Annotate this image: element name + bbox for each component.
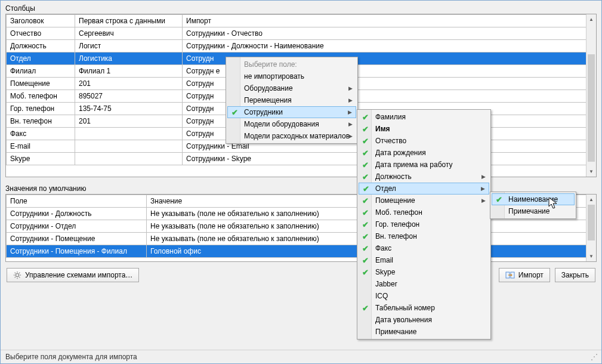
col-header[interactable]: Импорт	[183, 15, 596, 27]
check-icon: ✔	[362, 304, 369, 313]
menu-item[interactable]: ✔Вн. телефон	[359, 230, 489, 242]
menu-item[interactable]: ✔Табельный номер	[359, 302, 489, 314]
menu-item[interactable]: ✔Email	[359, 254, 489, 266]
table-cell[interactable]: Сотрудники - Отдел	[7, 220, 147, 233]
menu-item-label: Оборудование	[244, 84, 293, 92]
col-header[interactable]: Заголовок	[7, 15, 75, 27]
check-icon: ✔	[231, 108, 238, 117]
menu-item[interactable]: Примечание	[359, 326, 489, 338]
menu-item[interactable]: ✔Имя	[359, 123, 489, 135]
scroll-down-icon[interactable]: ▼	[586, 251, 596, 261]
table-row[interactable]: ОтчествоСергеевичСотрудники - Отчество	[7, 27, 596, 40]
menu-item[interactable]: Перемещения▶	[227, 94, 356, 106]
menu-item[interactable]: Модели оборудования▶	[227, 118, 356, 130]
table-row[interactable]: Сотрудники - ПомещениеНе указывать (поле…	[7, 233, 596, 245]
table-cell[interactable]: 895027	[75, 90, 183, 103]
scroll-up-icon[interactable]: ▲	[586, 14, 596, 24]
employees-submenu[interactable]: ✔Фамилия✔Имя✔Отчество✔Дата рождения✔Дата…	[357, 109, 491, 340]
button-label: Управление схемами импорта…	[25, 271, 132, 279]
vertical-scrollbar[interactable]: ▲ ▼	[586, 14, 596, 177]
menu-header: Выберите поле:	[227, 58, 356, 70]
table-cell[interactable]: Сотрудники - Должность	[7, 208, 147, 220]
import-button[interactable]: Импорт	[499, 268, 550, 282]
menu-item[interactable]: ✔Моб. телефон	[359, 206, 489, 218]
menu-item[interactable]: Модели расходных материалов▶	[227, 130, 356, 142]
table-row[interactable]: SkypeСотрудники - Skype	[7, 153, 596, 165]
table-header-row[interactable]: Заголовок Первая строка с данными Импорт	[7, 15, 596, 27]
vertical-scrollbar[interactable]: ▲ ▼	[586, 195, 596, 261]
table-cell[interactable]: Моб. телефон	[7, 90, 75, 103]
menu-item[interactable]: ✔Помещение▶	[359, 195, 489, 206]
department-submenu[interactable]: ✔НаименованиеПримечание	[490, 192, 576, 219]
table-cell[interactable]: 135-74-75	[75, 103, 183, 115]
table-cell[interactable]: Филиал	[7, 65, 75, 78]
menu-item[interactable]: ✔Наименование	[492, 193, 575, 205]
resize-grip-icon[interactable]: ⋰	[591, 353, 597, 361]
scroll-thumb[interactable]	[588, 54, 595, 162]
menu-item[interactable]: ICQ	[359, 290, 489, 302]
table-cell[interactable]: Логистика	[75, 53, 183, 65]
table-cell[interactable]: 201	[75, 78, 183, 90]
menu-item[interactable]: не импортировать	[227, 70, 356, 82]
svg-line-5	[15, 273, 16, 273]
check-icon: ✔	[362, 125, 369, 134]
menu-item-label: Вн. телефон	[375, 232, 417, 240]
table-cell[interactable]: Отчество	[7, 27, 75, 40]
table-cell[interactable]: Факс	[7, 128, 75, 140]
table-cell[interactable]: Skype	[7, 153, 75, 165]
menu-item[interactable]: ✔Дата приема на работу	[359, 159, 489, 171]
menu-item[interactable]: ✔Отчество	[359, 135, 489, 147]
table-cell[interactable]: Сотрудники - Отчество	[183, 27, 596, 40]
menu-item-label: Фамилия	[375, 113, 406, 121]
table-row[interactable]: Сотрудники - ОтделНе указывать (поле не …	[7, 220, 596, 233]
menu-item[interactable]: ✔Должность▶	[359, 171, 489, 183]
menu-item-label: Гор. телефон	[375, 220, 419, 229]
menu-item[interactable]: ✔Гор. телефон	[359, 218, 489, 230]
table-cell[interactable]: Гор. телефон	[7, 103, 75, 115]
field-picker-menu[interactable]: Выберите поле:не импортироватьОборудован…	[226, 57, 358, 144]
col-header[interactable]: Первая строка с данными	[75, 15, 183, 27]
table-cell[interactable]: Сотрудники - Помещения - Филиал	[7, 245, 147, 258]
table-cell[interactable]: E-mail	[7, 140, 75, 153]
table-row[interactable]: Сотрудники - Помещения - ФилиалГоловной …	[7, 245, 596, 258]
scroll-up-icon[interactable]: ▲	[586, 195, 596, 205]
menu-item[interactable]: ✔Факс	[359, 242, 489, 254]
menu-item-label: Примечание	[375, 328, 416, 336]
scroll-down-icon[interactable]: ▼	[586, 166, 596, 177]
check-icon: ✔	[362, 149, 369, 158]
menu-item[interactable]: Jabber	[359, 278, 489, 290]
table-cell[interactable]: Сергеевич	[75, 27, 183, 40]
check-icon: ✔	[362, 220, 369, 229]
table-cell[interactable]	[75, 128, 183, 140]
manage-schemas-button[interactable]: Управление схемами импорта…	[7, 268, 139, 282]
menu-item[interactable]: ✔Skype	[359, 266, 489, 278]
menu-item[interactable]: ✔Сотрудники▶	[227, 106, 356, 118]
table-cell[interactable]: Сотрудники - Помещение	[7, 233, 147, 245]
menu-item[interactable]: Примечание	[492, 205, 575, 217]
menu-item[interactable]: ✔Отдел▶	[359, 183, 489, 195]
columns-section-label: Столбцы	[1, 1, 601, 14]
check-icon: ✔	[362, 137, 369, 146]
table-cell[interactable]	[75, 140, 183, 153]
table-cell[interactable]: 201	[75, 115, 183, 128]
menu-item-label: Примечание	[508, 207, 549, 215]
table-cell[interactable]: Филиал 1	[75, 65, 183, 78]
scroll-thumb[interactable]	[588, 205, 595, 240]
table-row[interactable]: ДолжностьЛогистСотрудники - Должности - …	[7, 40, 596, 53]
col-header[interactable]: Поле	[7, 195, 147, 208]
table-cell[interactable]: Отдел	[7, 53, 75, 65]
menu-item[interactable]: Оборудование▶	[227, 82, 356, 94]
table-cell[interactable]: Логист	[75, 40, 183, 53]
table-cell[interactable]	[75, 153, 183, 165]
table-cell[interactable]: Сотрудники - Должности - Наименование	[183, 40, 596, 53]
table-cell[interactable]: Помещение	[7, 78, 75, 90]
table-cell[interactable]: Должность	[7, 40, 75, 53]
close-button[interactable]: Закрыть	[555, 268, 595, 282]
table-cell[interactable]: Вн. телефон	[7, 115, 75, 128]
menu-item[interactable]: Дата увольнения	[359, 314, 489, 326]
chevron-right-icon: ▶	[481, 198, 486, 203]
chevron-right-icon: ▶	[348, 109, 352, 115]
menu-item[interactable]: ✔Фамилия	[359, 111, 489, 123]
menu-item-label: Отдел	[375, 184, 396, 193]
menu-item[interactable]: ✔Дата рождения	[359, 147, 489, 159]
